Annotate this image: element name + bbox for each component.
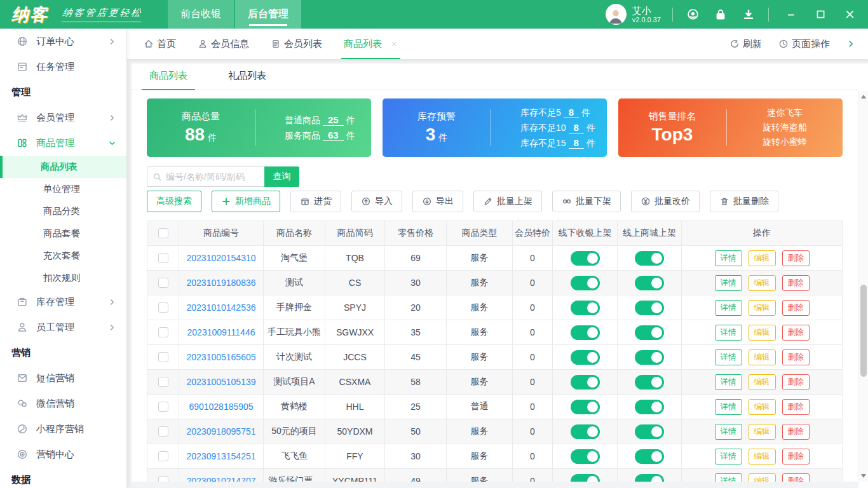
row-checkbox[interactable] bbox=[158, 377, 168, 387]
toolbar-button-3[interactable]: 导入 bbox=[351, 191, 402, 212]
vertical-scrollbar[interactable] bbox=[858, 91, 868, 482]
offline-pos-toggle[interactable] bbox=[571, 276, 600, 290]
sidebar-subitem-6[interactable]: 单位管理 bbox=[0, 178, 126, 200]
support-icon[interactable] bbox=[684, 6, 701, 23]
toolbar-button-4[interactable]: 导出 bbox=[412, 191, 463, 212]
scroll-down-arrow[interactable] bbox=[859, 471, 868, 480]
sidebar-item-14[interactable]: 短信营销 bbox=[0, 365, 126, 391]
row-checkbox[interactable] bbox=[158, 302, 168, 313]
offline-pos-toggle[interactable] bbox=[571, 350, 600, 365]
user-block[interactable]: 艾小 v2.0.0.37 bbox=[606, 4, 661, 25]
delete-button[interactable]: 删除 bbox=[782, 275, 810, 291]
sidebar-item-16[interactable]: 小程序营销 bbox=[0, 416, 126, 442]
sidebar-item-11[interactable]: 库存管理 bbox=[0, 289, 126, 315]
edit-button[interactable]: 编辑 bbox=[749, 424, 776, 440]
row-checkbox[interactable] bbox=[158, 253, 168, 263]
offline-pos-toggle[interactable] bbox=[571, 325, 600, 340]
product-id-link[interactable]: 20231005105139 bbox=[179, 370, 264, 395]
delete-button[interactable]: 删除 bbox=[782, 449, 810, 464]
detail-button[interactable]: 详情 bbox=[715, 300, 742, 316]
online-mall-toggle[interactable] bbox=[635, 375, 664, 390]
sidebar-item-15[interactable]: 微信营销 bbox=[0, 391, 126, 416]
sidebar-item-3[interactable]: 会员管理 bbox=[0, 105, 126, 130]
edit-button[interactable]: 编辑 bbox=[749, 349, 776, 365]
lock-icon[interactable] bbox=[712, 6, 729, 23]
product-id-link[interactable]: 20230918095751 bbox=[179, 419, 264, 444]
breadcrumb-tab-0[interactable]: 首页 bbox=[144, 29, 176, 59]
content-tab-0[interactable]: 商品列表 bbox=[147, 70, 190, 90]
product-id-link[interactable]: 6901028185905 bbox=[179, 395, 264, 419]
scrollbar-thumb[interactable] bbox=[860, 285, 867, 377]
delete-button[interactable]: 删除 bbox=[782, 399, 810, 415]
breadcrumb-tab-3[interactable]: 商品列表 bbox=[344, 29, 398, 59]
sidebar-item-4[interactable]: 商品管理 bbox=[0, 130, 126, 156]
page-actions-button[interactable]: 页面操作 bbox=[778, 38, 830, 50]
product-id-link[interactable]: 20231020154310 bbox=[179, 246, 264, 271]
offline-pos-toggle[interactable] bbox=[571, 449, 600, 464]
avatar[interactable] bbox=[606, 4, 627, 25]
row-checkbox[interactable] bbox=[158, 352, 168, 362]
edit-button[interactable]: 编辑 bbox=[749, 399, 776, 415]
online-mall-toggle[interactable] bbox=[635, 424, 664, 439]
delete-button[interactable]: 删除 bbox=[782, 349, 810, 365]
sidebar-subitem-8[interactable]: 商品套餐 bbox=[0, 222, 126, 245]
toolbar-button-2[interactable]: 进货 bbox=[290, 191, 341, 212]
row-checkbox[interactable] bbox=[158, 278, 168, 288]
online-mall-toggle[interactable] bbox=[635, 276, 664, 290]
detail-button[interactable]: 详情 bbox=[715, 325, 742, 341]
query-button[interactable]: 查询 bbox=[264, 166, 299, 187]
download-icon[interactable] bbox=[740, 6, 757, 23]
horizontal-scrollbar[interactable] bbox=[132, 482, 858, 488]
edit-button[interactable]: 编辑 bbox=[749, 250, 776, 266]
product-id-link[interactable]: 20231009111446 bbox=[179, 320, 264, 345]
detail-button[interactable]: 详情 bbox=[715, 374, 742, 390]
offline-pos-toggle[interactable] bbox=[571, 424, 600, 439]
edit-button[interactable]: 编辑 bbox=[749, 300, 776, 316]
sidebar-item-1[interactable]: 任务管理 bbox=[0, 54, 126, 79]
detail-button[interactable]: 详情 bbox=[715, 275, 742, 291]
scroll-up-arrow[interactable] bbox=[859, 92, 868, 101]
product-id-link[interactable]: 20230913154251 bbox=[179, 444, 264, 469]
online-mall-toggle[interactable] bbox=[635, 350, 664, 365]
sidebar-item-17[interactable]: 营销中心 bbox=[0, 442, 126, 467]
row-checkbox[interactable] bbox=[158, 327, 168, 337]
toolbar-button-1[interactable]: 新增商品 bbox=[212, 191, 280, 212]
detail-button[interactable]: 详情 bbox=[715, 424, 742, 440]
edit-button[interactable]: 编辑 bbox=[749, 275, 776, 291]
content-tab-1[interactable]: 礼品列表 bbox=[226, 70, 269, 90]
sidebar-subitem-9[interactable]: 充次套餐 bbox=[0, 245, 126, 267]
delete-button[interactable]: 删除 bbox=[782, 250, 810, 266]
edit-button[interactable]: 编辑 bbox=[749, 449, 776, 464]
detail-button[interactable]: 详情 bbox=[715, 399, 742, 415]
sidebar-subitem-7[interactable]: 商品分类 bbox=[0, 200, 126, 222]
online-mall-toggle[interactable] bbox=[635, 325, 664, 340]
row-checkbox[interactable] bbox=[158, 451, 168, 461]
toolbar-button-6[interactable]: 批量下架 bbox=[552, 191, 621, 212]
breadcrumb-tab-1[interactable]: 会员信息 bbox=[198, 29, 249, 59]
row-checkbox[interactable] bbox=[158, 426, 168, 437]
toolbar-button-8[interactable]: 批量删除 bbox=[710, 191, 778, 212]
edit-button[interactable]: 编辑 bbox=[749, 325, 776, 341]
product-id-link[interactable]: 20231019180836 bbox=[179, 271, 264, 295]
search-input[interactable] bbox=[166, 172, 255, 182]
online-mall-toggle[interactable] bbox=[635, 400, 664, 414]
delete-button[interactable]: 删除 bbox=[782, 424, 810, 440]
sidebar-item-12[interactable]: 员工管理 bbox=[0, 315, 126, 340]
close-tab-icon[interactable] bbox=[390, 40, 398, 48]
close-button[interactable] bbox=[841, 6, 858, 23]
row-checkbox[interactable] bbox=[158, 402, 168, 412]
online-mall-toggle[interactable] bbox=[635, 301, 664, 315]
select-all-checkbox[interactable] bbox=[158, 228, 168, 238]
sidebar-item-0[interactable]: 订单中心 bbox=[0, 29, 126, 54]
toolbar-button-5[interactable]: 批量上架 bbox=[473, 191, 542, 212]
offline-pos-toggle[interactable] bbox=[571, 251, 600, 266]
delete-button[interactable]: 删除 bbox=[782, 325, 810, 341]
online-mall-toggle[interactable] bbox=[635, 251, 664, 266]
offline-pos-toggle[interactable] bbox=[571, 301, 600, 315]
offline-pos-toggle[interactable] bbox=[571, 375, 600, 390]
chevron-right-icon[interactable] bbox=[846, 39, 855, 48]
detail-button[interactable]: 详情 bbox=[715, 250, 742, 266]
product-id-link[interactable]: 20231005165605 bbox=[179, 345, 264, 370]
topnav-tab-0[interactable]: 前台收银 bbox=[168, 0, 234, 29]
edit-button[interactable]: 编辑 bbox=[749, 374, 776, 390]
